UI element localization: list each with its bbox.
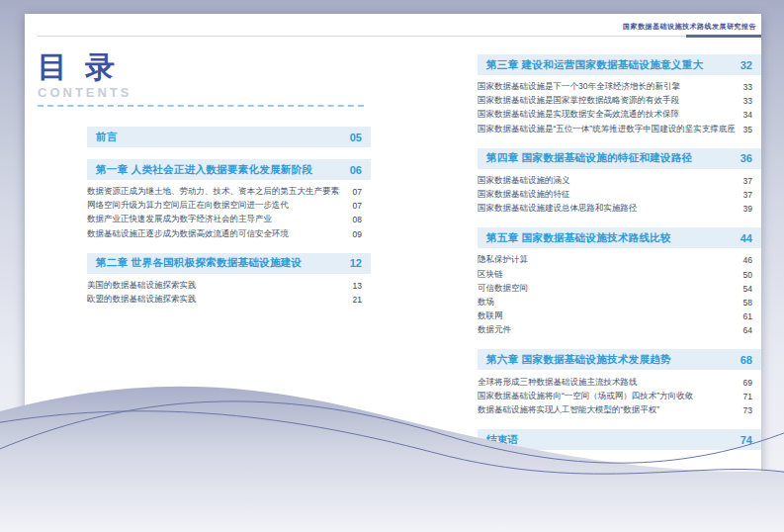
item-label: 全球将形成三种数据基础设施主流技术路线 [478,377,638,389]
toc-title-block: 目 录 CONTENTS [38,51,132,100]
toc-section-band: 前言 05 [87,127,371,147]
toc-item: 国家数据基础设施建设总体思路和实施路径 39 [478,202,761,216]
section-items: 国家数据基础设施的涵义 37 国家数据基础设施的特征 37 国家数据基础设施建设… [478,174,761,217]
section-title: 第三章 建设和运营国家数据基础设施意义重大 [486,58,703,72]
item-label: 国家数据基础设施是下一个30年全球经济增长的新引擎 [478,81,680,93]
item-page: 33 [743,96,752,106]
item-page: 39 [743,204,752,214]
item-label: 数据基础设施正逐步成为数据高效流通的可信安全环境 [87,228,289,240]
toc-item: 网络空间升级为算力空间后正在向数据空间进一步迭代 07 [87,199,371,213]
item-page: 61 [743,311,752,321]
toc-section-band: 第四章 国家数据基础设施的特征和建设路径 36 [478,148,761,169]
toc-column-left: 前言 05 第一章 人类社会正进入数据要素化发展新阶段 06 数据资源正成为继土… [87,127,371,318]
toc-item: 区块链 50 [478,268,761,282]
toc-item: 隐私保护计算 46 [478,253,761,267]
toc-item: 国家数据基础设施是下一个30年全球经济增长的新引擎 33 [478,80,761,94]
section-items: 全球将形成三种数据基础设施主流技术路线 69 国家数据基础设施将向“一空间（场或… [478,375,761,417]
item-label: 数据基础设施将实现人工智能大模型的“数据平权” [478,404,659,416]
title-dashed-rule [38,105,364,107]
item-page: 09 [353,229,362,239]
toc-item: 数据资源正成为继土地、劳动力、技术、资本之后的第五大生产要素 07 [87,185,371,199]
item-label: 隐私保护计算 [478,254,528,266]
toc-item: 国家数据基础设施的涵义 37 [478,174,761,188]
item-page: 71 [743,392,752,401]
section-items: 数据资源正成为继土地、劳动力、技术、资本之后的第五大生产要素 07 网络空间升级… [87,185,371,241]
toc-title-en: CONTENTS [38,85,132,100]
item-label: 欧盟的数据基础设施探索实践 [87,294,197,306]
toc-section: 前言 05 [87,127,371,147]
item-label: 国家数据基础设施是国家掌控数据战略资源的有效手段 [478,95,679,107]
toc-item: 国家数据基础设施的特征 37 [478,188,761,202]
header-rule [38,36,761,37]
toc-section: 结束语 74 [478,429,761,450]
item-page: 69 [743,378,752,388]
section-page: 36 [740,152,752,164]
toc-section-band: 第三章 建设和运营国家数据基础设施意义重大 32 [478,54,761,75]
item-page: 13 [353,281,362,291]
item-label: 数据资源正成为继土地、劳动力、技术、资本之后的第五大生产要素 [87,186,339,198]
item-page: 73 [743,405,752,415]
item-page: 50 [743,270,752,280]
section-items: 美国的数据基础设施探索实践 13 欧盟的数据基础设施探索实践 21 [87,279,371,307]
item-page: 54 [743,284,752,294]
item-label: 国家数据基础设施将向“一空间（场或网）四技术”方向收敛 [478,391,693,402]
item-page: 37 [743,176,752,186]
toc-item: 国家数据基础设施是“五位一体”统筹推进数字中国建设的坚实支撑底座 35 [478,123,761,136]
toc-section: 第五章 国家数据基础设施技术路线比较 44 隐私保护计算 46 区块链 50 可… [478,227,761,337]
toc-item: 全球将形成三种数据基础设施主流技术路线 69 [478,375,761,389]
toc-item: 数场 58 [478,296,761,310]
toc-section: 第六章 国家数据基础设施技术发展趋势 68 全球将形成三种数据基础设施主流技术路… [478,349,761,417]
section-title: 第五章 国家数据基础设施技术路线比较 [486,231,671,245]
toc-item: 数联网 61 [478,310,761,323]
section-items: 隐私保护计算 46 区块链 50 可信数据空间 54 数场 58 数联网 61 … [478,253,761,337]
section-title: 第一章 人类社会正进入数据要素化发展新阶段 [96,163,312,177]
section-page: 32 [740,59,752,71]
item-page: 21 [353,295,362,305]
section-title: 第二章 世界各国积极探索数据基础设施建设 [96,256,302,270]
toc-item: 国家数据基础设施将向“一空间（场或网）四技术”方向收敛 71 [478,390,761,403]
toc-section: 第二章 世界各国积极探索数据基础设施建设 12 美国的数据基础设施探索实践 13… [87,253,371,307]
item-label: 国家数据基础设施的特征 [478,189,570,201]
toc-section-band: 第六章 国家数据基础设施技术发展趋势 68 [478,349,761,370]
item-page: 46 [743,255,752,265]
item-label: 数据元件 [478,324,511,336]
section-title: 结束语 [486,433,518,447]
section-page: 74 [740,434,752,446]
toc-item: 美国的数据基础设施探索实践 13 [87,279,371,293]
item-label: 数联网 [478,310,503,322]
item-page: 07 [353,201,362,211]
section-title: 第六章 国家数据基础设施技术发展趋势 [486,353,671,367]
toc-item: 数据元件 64 [478,323,761,337]
toc-title-zh: 目 录 [38,51,132,83]
toc-item: 欧盟的数据基础设施探索实践 21 [87,293,371,307]
section-title: 前言 [96,131,118,144]
section-page: 12 [350,257,362,269]
item-page: 33 [743,82,752,92]
toc-item: 数据基础设施将实现人工智能大模型的“数据平权” 73 [478,403,761,417]
toc-column-right: 第三章 建设和运营国家数据基础设施意义重大 32 国家数据基础设施是下一个30年… [478,54,761,462]
item-page: 07 [353,187,362,197]
item-page: 58 [743,298,752,308]
item-label: 可信数据空间 [478,283,528,295]
section-page: 06 [350,164,362,176]
toc-item: 国家数据基础设施是国家掌控数据战略资源的有效手段 33 [478,94,761,108]
item-label: 数场 [478,297,494,309]
item-page: 35 [743,125,752,134]
document-page: 国家数据基础设施技术路线发展研究报告 目 录 CONTENTS 前言 05 第一… [25,14,761,532]
item-label: 国家数据基础设施的涵义 [478,175,570,187]
item-page: 37 [743,190,752,200]
toc-section-band: 第一章 人类社会正进入数据要素化发展新阶段 06 [87,159,371,180]
toc-section: 第三章 建设和运营国家数据基础设施意义重大 32 国家数据基础设施是下一个30年… [478,54,761,136]
header-rule-accent [686,35,761,38]
report-title: 国家数据基础设施技术路线发展研究报告 [623,22,756,32]
item-label: 区块链 [478,269,503,281]
section-page: 68 [740,354,752,366]
item-label: 数据产业正快速发展成为数字经济社会的主导产业 [87,214,272,225]
toc-item: 国家数据基础设施是实现数据安全高效流通的技术保障 34 [478,108,761,122]
item-label: 国家数据基础设施建设总体思路和实施路径 [478,203,638,215]
section-page: 05 [350,132,362,143]
toc-section-band: 第五章 国家数据基础设施技术路线比较 44 [478,227,761,248]
toc-item: 数据基础设施正逐步成为数据高效流通的可信安全环境 09 [87,227,371,241]
toc-item: 可信数据空间 54 [478,282,761,296]
toc-item: 数据产业正快速发展成为数字经济社会的主导产业 08 [87,213,371,226]
